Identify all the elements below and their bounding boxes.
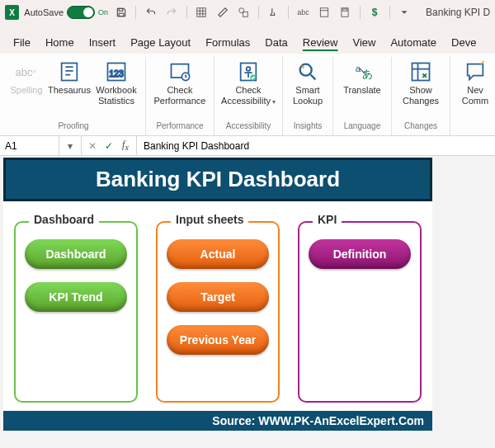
group-label-insights: Insights <box>294 120 322 134</box>
toggle-switch-icon[interactable] <box>67 6 95 19</box>
currency-icon[interactable]: $ <box>367 4 383 21</box>
ribbon-tabs: File Home Insert Page Layout Formulas Da… <box>0 25 495 54</box>
autosave-state: On <box>98 8 108 17</box>
thesaurus-icon <box>58 60 81 83</box>
svg-rect-0 <box>119 8 123 11</box>
edit-icon[interactable] <box>214 4 230 21</box>
spelling-button[interactable]: abc✓ Spelling <box>7 59 46 97</box>
name-box-dropdown-icon[interactable]: ▾ <box>63 139 78 153</box>
svg-rect-1 <box>119 13 124 17</box>
definition-nav-button[interactable]: Definition <box>309 239 411 269</box>
kpi-column: KPI Definition <box>298 221 422 403</box>
group-label-performance: Performance <box>156 120 203 134</box>
svg-text:a: a <box>356 63 361 73</box>
sheet-icon[interactable] <box>316 4 332 21</box>
ribbon-group-insights: Smart Lookup Insights <box>283 57 333 135</box>
dashboard-footer: Source: WWW.PK-AnExcelExpert.Com <box>3 411 432 431</box>
input-sheets-column: Input sheets Actual Target Previous Year <box>156 221 280 403</box>
ribbon-group-comments: Nev Comm <box>450 57 495 135</box>
group-label-changes: Changes <box>404 120 437 134</box>
ribbon-group-accessibility: Check Accessibility▾ Accessibility <box>214 57 283 135</box>
col-heading-kpi: KPI <box>313 213 342 226</box>
autosave-label: AutoSave <box>24 7 64 17</box>
svg-text:あ: あ <box>362 68 373 80</box>
group-label-proofing: Proofing <box>58 120 88 134</box>
undo-icon[interactable] <box>143 4 158 21</box>
cancel-formula-icon[interactable]: ✕ <box>85 139 100 153</box>
spelling-icon: abc✓ <box>15 60 38 83</box>
save-icon[interactable] <box>113 4 129 21</box>
group-label-language: Language <box>344 120 381 134</box>
qat-overflow-icon[interactable] <box>397 4 412 21</box>
svg-point-16 <box>300 64 312 76</box>
tab-review[interactable]: Review <box>301 33 340 54</box>
dashboard-column: Dashboard Dashboard KPI Trend <box>14 221 138 403</box>
tab-automate[interactable]: Automate <box>389 33 438 54</box>
dashboard-title: Banking KPI Dashboard <box>3 158 432 201</box>
calc-icon[interactable] <box>337 4 352 21</box>
svg-rect-8 <box>62 64 78 81</box>
check-performance-button[interactable]: Check Performance <box>151 59 209 107</box>
tab-developer[interactable]: Deve <box>450 33 478 54</box>
chevron-down-icon: ▾ <box>272 98 276 106</box>
ribbon-group-proofing: abc✓ Spelling Thesaurus 123 Workbook Sta… <box>2 57 146 135</box>
svg-rect-5 <box>320 8 328 17</box>
worksheet-area[interactable]: Banking KPI Dashboard Dashboard Dashboar… <box>0 156 495 448</box>
col-heading-input: Input sheets <box>171 213 248 226</box>
grid-icon[interactable] <box>194 4 210 21</box>
translate-icon: aあ <box>351 60 374 83</box>
excel-logo-icon: X <box>5 5 19 20</box>
tab-page-layout[interactable]: Page Layout <box>129 33 192 54</box>
svg-point-14 <box>247 67 251 71</box>
workbook-stats-icon: 123 <box>105 60 128 83</box>
name-box[interactable] <box>0 136 59 155</box>
dashboard-card: Banking KPI Dashboard Dashboard Dashboar… <box>3 158 432 431</box>
smart-lookup-button[interactable]: Smart Lookup <box>288 59 328 107</box>
autosave-toggle[interactable]: AutoSave On <box>24 6 108 19</box>
tab-file[interactable]: File <box>12 33 32 54</box>
svg-rect-4 <box>243 12 248 17</box>
ribbon-group-performance: Check Performance Performance <box>146 57 214 135</box>
target-nav-button[interactable]: Target <box>167 282 269 312</box>
formula-input[interactable] <box>137 136 495 155</box>
tab-formulas[interactable]: Formulas <box>204 33 252 54</box>
tab-view[interactable]: View <box>351 33 377 54</box>
translate-button[interactable]: aあ Translate <box>338 59 386 97</box>
accessibility-icon <box>237 60 260 83</box>
ribbon: abc✓ Spelling Thesaurus 123 Workbook Sta… <box>0 54 495 136</box>
ribbon-group-changes: Show Changes Changes <box>392 57 450 135</box>
redo-icon[interactable] <box>164 4 180 21</box>
col-heading-dashboard: Dashboard <box>29 213 99 226</box>
fx-icon[interactable]: fx <box>118 139 133 153</box>
dashboard-nav-button[interactable]: Dashboard <box>25 239 127 269</box>
ribbon-group-language: aあ Translate Language <box>333 57 392 135</box>
enter-formula-icon[interactable]: ✓ <box>101 139 116 153</box>
actual-nav-button[interactable]: Actual <box>167 239 269 269</box>
check-accessibility-button[interactable]: Check Accessibility▾ <box>219 59 277 107</box>
tab-insert[interactable]: Insert <box>87 33 118 54</box>
show-changes-icon <box>409 60 432 83</box>
workbook-stats-button[interactable]: 123 Workbook Statistics <box>92 59 140 107</box>
title-bar: X AutoSave On abc $ Banking KPI D <box>0 0 495 25</box>
formula-bar: ▾ ✕ ✓ fx <box>0 136 495 156</box>
document-title: Banking KPI D <box>426 7 490 18</box>
smart-lookup-icon <box>296 60 319 83</box>
svg-rect-7 <box>342 9 347 11</box>
tab-data[interactable]: Data <box>263 33 289 54</box>
abc-icon[interactable]: abc <box>295 4 311 21</box>
svg-rect-19 <box>412 64 430 81</box>
new-comment-button[interactable]: Nev Comm <box>455 59 495 107</box>
shapes-icon[interactable] <box>235 4 251 21</box>
group-label-accessibility: Accessibility <box>226 120 271 134</box>
kpi-trend-nav-button[interactable]: KPI Trend <box>25 282 127 312</box>
previous-year-nav-button[interactable]: Previous Year <box>167 325 269 355</box>
svg-rect-2 <box>197 8 206 17</box>
new-comment-icon <box>464 60 487 83</box>
show-changes-button[interactable]: Show Changes <box>397 59 445 107</box>
touch-icon[interactable] <box>266 4 281 21</box>
performance-icon <box>168 60 191 83</box>
svg-text:123: 123 <box>109 68 124 78</box>
tab-home[interactable]: Home <box>44 33 76 54</box>
thesaurus-button[interactable]: Thesaurus <box>50 59 89 97</box>
